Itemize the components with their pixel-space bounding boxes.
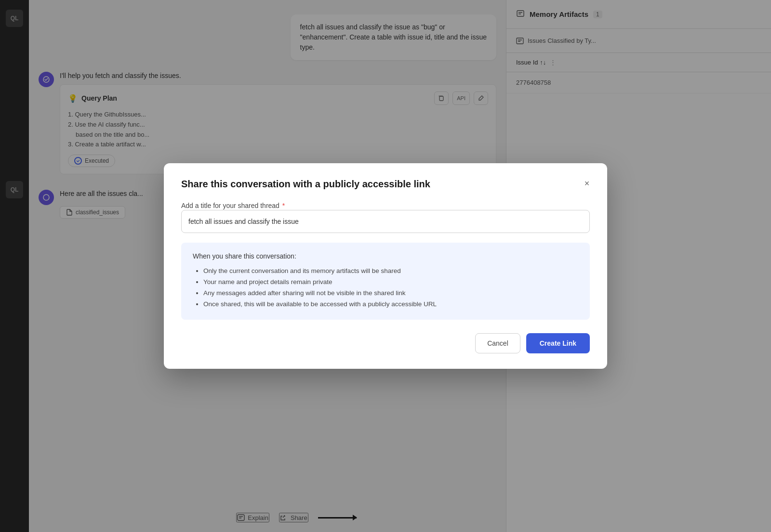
cancel-button[interactable]: Cancel bbox=[475, 333, 520, 353]
info-item-1: Only the current conversation and its me… bbox=[203, 266, 578, 277]
modal-info-box: When you share this conversation: Only t… bbox=[181, 243, 590, 320]
modal-title: Share this conversation with a publicly … bbox=[181, 179, 590, 190]
info-item-3: Any messages added after sharing will no… bbox=[203, 288, 578, 299]
info-item-2: Your name and project details remain pri… bbox=[203, 277, 578, 288]
modal-footer: Cancel Create Link bbox=[181, 333, 590, 353]
share-modal: × Share this conversation with a publicl… bbox=[164, 163, 607, 369]
modal-overlay: × Share this conversation with a publicl… bbox=[0, 0, 771, 532]
modal-close-button[interactable]: × bbox=[580, 177, 594, 190]
required-marker: * bbox=[282, 202, 285, 209]
modal-info-list: Only the current conversation and its me… bbox=[193, 266, 578, 310]
thread-title-input[interactable] bbox=[181, 210, 590, 233]
create-link-button[interactable]: Create Link bbox=[526, 333, 590, 353]
info-item-4: Once shared, this will be available to b… bbox=[203, 299, 578, 310]
modal-label: Add a title for your shared thread * bbox=[181, 202, 285, 209]
modal-info-intro: When you share this conversation: bbox=[193, 252, 578, 260]
